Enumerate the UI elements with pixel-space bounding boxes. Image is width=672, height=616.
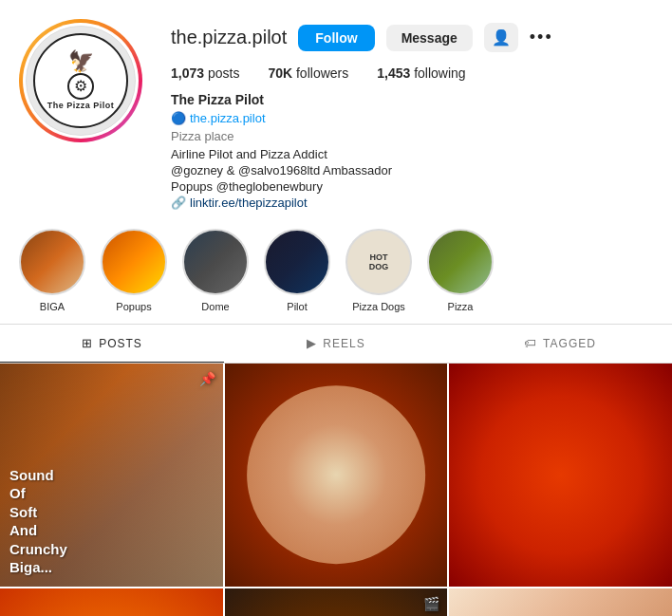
stories-section: BIGA Popups Dome Pilot HOTDOG Pizza Dogs… (0, 219, 672, 324)
tab-reels[interactable]: ▶ REELS (224, 325, 448, 363)
username-row: the.pizza.pilot Follow Message 👤 ••• (171, 23, 653, 52)
bio-link[interactable]: 🔗 linktir.ee/thepizzapilot (171, 196, 653, 210)
story-label-pizza: Pizza (448, 301, 474, 312)
story-pizzadogs[interactable]: HOTDOG Pizza Dogs (345, 229, 412, 312)
post-3[interactable] (449, 364, 672, 587)
followers-stat[interactable]: 70K followers (268, 65, 348, 81)
logo-wings: 🦅 (68, 51, 94, 72)
avatar[interactable]: 🦅 ⚙ The Pizza Pilot (19, 19, 142, 142)
logo-gear: ⚙ (74, 77, 87, 95)
story-pizza[interactable]: Pizza (427, 229, 494, 312)
reels-icon: ▶ (307, 336, 317, 350)
story-pilot[interactable]: Pilot (264, 229, 330, 312)
bio-line2: @gozney & @salvo1968ltd Ambassador (171, 163, 653, 177)
posts-icon: ⊞ (82, 336, 93, 350)
tagged-icon: 🏷 (524, 336, 537, 350)
posts-grid: 📌 SoundOfSoftAndCrunchyBiga... 🎬 Prosciu… (0, 364, 672, 616)
verified-badge: 🔵 the.pizza.pilot (171, 111, 266, 125)
post-5[interactable]: 🎬 Prosciutto (225, 588, 448, 616)
more-options-button[interactable]: ••• (530, 28, 553, 47)
tab-reels-label: REELS (323, 337, 364, 350)
post-2[interactable] (225, 364, 448, 587)
stats-row: 1,073 posts 70K followers 1,453 followin… (171, 65, 653, 81)
following-stat[interactable]: 1,453 following (377, 65, 465, 81)
pin-icon: 📌 (199, 371, 215, 386)
story-label-pilot: Pilot (287, 301, 307, 312)
post-6[interactable] (449, 588, 672, 616)
display-name: The Pizza Pilot (171, 92, 653, 107)
profile-header: 🦅 ⚙ The Pizza Pilot the.pizza.pilot Foll… (0, 0, 672, 219)
story-dome[interactable]: Dome (182, 229, 249, 312)
add-person-button[interactable]: 👤 (484, 23, 518, 52)
story-label-pizzadogs: Pizza Dogs (352, 301, 405, 312)
story-biga[interactable]: BIGA (19, 229, 85, 312)
tabs-row: ⊞ POSTS ▶ REELS 🏷 TAGGED (0, 325, 672, 364)
posts-stat[interactable]: 1,073 posts (171, 65, 239, 81)
story-label-biga: BIGA (40, 301, 65, 312)
message-button[interactable]: Message (386, 25, 473, 51)
category: Pizza place (171, 129, 653, 143)
post-4[interactable] (0, 588, 223, 616)
story-popups[interactable]: Popups (101, 229, 167, 312)
story-label-popups: Popups (116, 301, 151, 312)
tab-posts[interactable]: ⊞ POSTS (0, 325, 224, 363)
post-1-text: SoundOfSoftAndCrunchyBiga... (0, 457, 77, 587)
logo-text: The Pizza Pilot (47, 101, 115, 111)
bio-line1: Airline Pilot and Pizza Addict (171, 147, 653, 161)
post-1[interactable]: 📌 SoundOfSoftAndCrunchyBiga... (0, 364, 223, 587)
tab-posts-label: POSTS (99, 337, 142, 350)
username: the.pizza.pilot (171, 27, 287, 48)
video-icon: 🎬 (423, 596, 439, 611)
story-label-dome: Dome (201, 301, 229, 312)
follow-button[interactable]: Follow (298, 25, 374, 51)
tab-tagged[interactable]: 🏷 TAGGED (448, 325, 672, 363)
bio-line3: Popups @theglobenewbury (171, 179, 653, 194)
profile-info: the.pizza.pilot Follow Message 👤 ••• 1,0… (171, 19, 653, 210)
tab-tagged-label: TAGGED (543, 337, 596, 350)
